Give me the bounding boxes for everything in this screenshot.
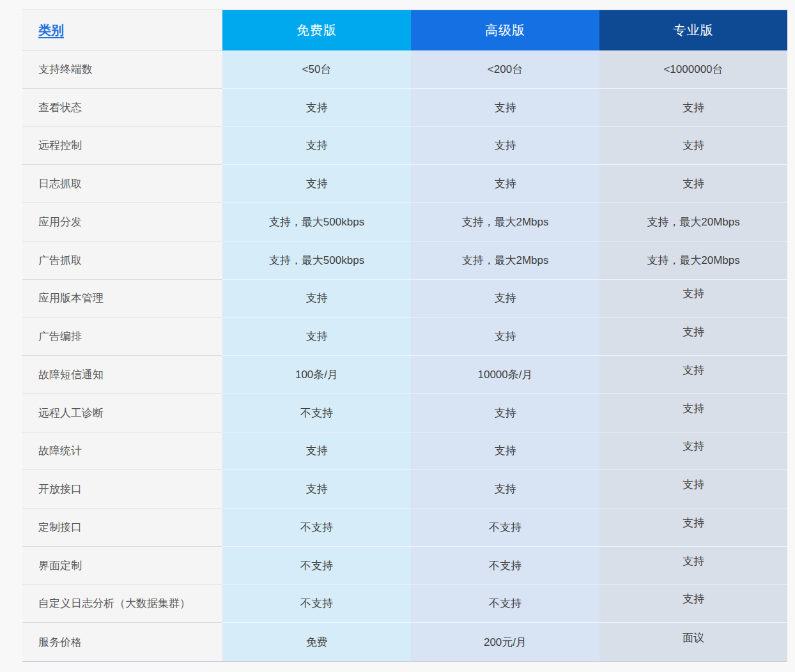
free-value: 支持	[306, 482, 328, 496]
free-value-cell: 支持	[222, 127, 411, 165]
free-value-cell: 支持	[222, 280, 411, 318]
free-value-cell: 不支持	[222, 508, 411, 547]
professional-value-cell: 支持，最大20Mbps	[599, 241, 787, 280]
plan-header-free: 免费版	[222, 10, 411, 50]
feature-label-cell: 查看状态	[22, 89, 222, 127]
free-value: 不支持	[300, 558, 333, 573]
free-value-cell: <50台	[222, 50, 411, 89]
free-value-cell: 支持，最大500kbps	[222, 241, 411, 280]
premium-value-cell: 10000条/月	[411, 356, 599, 394]
table-row: 自定义日志分析（大数据集群） 不支持 不支持 支持	[22, 585, 787, 623]
feature-label-cell: 广告抓取	[22, 241, 222, 280]
table-header-row: 类别 免费版 高级版 专业版	[22, 10, 787, 50]
premium-value-cell: 支持	[411, 89, 599, 127]
premium-value-cell: 支持，最大2Mbps	[411, 203, 599, 241]
table-row: 故障短信通知 100条/月 10000条/月 支持	[22, 356, 787, 394]
feature-label-cell: 远程控制	[22, 127, 222, 165]
feature-label-cell: 应用分发	[22, 203, 222, 241]
feature-label: 服务价格	[38, 635, 82, 650]
feature-label: 广告编排	[38, 329, 82, 344]
premium-value-cell: 不支持	[411, 547, 599, 585]
feature-label: 故障统计	[38, 443, 82, 458]
plan-header-professional-label: 专业版	[674, 22, 714, 39]
professional-value: 支持	[683, 554, 704, 569]
premium-value-cell: 支持	[411, 165, 599, 203]
professional-value: 支持	[683, 592, 704, 606]
premium-value: 支持，最大2Mbps	[461, 253, 548, 268]
free-value: 支持，最大500kbps	[269, 215, 364, 229]
free-value: 不支持	[300, 520, 333, 535]
free-value-cell: 免费	[222, 623, 411, 661]
premium-value-cell: 支持	[411, 280, 599, 318]
free-value: 不支持	[300, 596, 333, 611]
feature-label-cell: 广告编排	[22, 317, 222, 356]
table-row: 查看状态 支持 支持 支持	[22, 89, 787, 127]
premium-value: 不支持	[489, 596, 521, 611]
feature-label: 定制接口	[38, 520, 82, 535]
professional-value-cell: 支持	[599, 508, 787, 547]
feature-label: 远程控制	[38, 138, 82, 153]
premium-value-cell: 不支持	[411, 585, 599, 623]
free-value-cell: 支持，最大500kbps	[222, 203, 411, 241]
free-value: 不支持	[300, 406, 333, 420]
table-row: 服务价格 免费 200元/月 面议	[22, 623, 787, 661]
professional-value-cell: 支持	[599, 432, 787, 471]
professional-value: 支持，最大20Mbps	[647, 215, 739, 229]
plan-header-premium-label: 高级版	[485, 22, 525, 39]
feature-label: 自定义日志分析（大数据集群）	[38, 596, 190, 611]
premium-value: 10000条/月	[478, 367, 533, 382]
professional-value: 支持	[683, 477, 704, 492]
feature-label-cell: 支持终端数	[22, 50, 222, 89]
professional-value-cell: 支持	[599, 585, 787, 623]
table-row: 远程控制 支持 支持 支持	[22, 127, 787, 165]
professional-value-cell: 支持	[599, 89, 787, 127]
professional-value: 支持	[683, 138, 704, 153]
professional-value: 支持	[683, 100, 704, 115]
feature-label: 日志抓取	[38, 176, 82, 191]
plan-header-free-label: 免费版	[297, 22, 337, 39]
professional-value: 支持，最大20Mbps	[647, 253, 739, 268]
feature-label: 远程人工诊断	[38, 406, 104, 420]
premium-value: 支持，最大2Mbps	[461, 215, 548, 229]
plan-header-premium: 高级版	[411, 10, 599, 50]
professional-value: 支持	[683, 286, 704, 301]
table-row: 广告编排 支持 支持 支持	[22, 317, 787, 356]
table-row: 定制接口 不支持 不支持 支持	[22, 508, 787, 547]
premium-value: 支持	[495, 482, 516, 496]
feature-label-cell: 自定义日志分析（大数据集群）	[22, 585, 222, 623]
professional-value: 支持	[683, 363, 704, 378]
feature-label-cell: 界面定制	[22, 547, 222, 585]
table-row: 故障统计 支持 支持 支持	[22, 432, 787, 471]
premium-value-cell: <200台	[411, 50, 599, 89]
free-value-cell: 支持	[222, 432, 411, 471]
table-row: 支持终端数 <50台 <200台 <1000000台	[22, 50, 787, 89]
category-header-cell: 类别	[22, 10, 222, 50]
free-value: 支持	[306, 291, 328, 305]
premium-value-cell: 200元/月	[411, 623, 599, 661]
free-value: 支持，最大500kbps	[269, 253, 364, 268]
premium-value: 支持	[495, 176, 516, 191]
feature-label-cell: 定制接口	[22, 508, 222, 547]
premium-value: 200元/月	[484, 635, 527, 650]
free-value-cell: 支持	[222, 89, 411, 127]
professional-value: 支持	[683, 176, 704, 191]
free-value: 支持	[306, 329, 328, 344]
professional-value: 支持	[683, 325, 704, 339]
free-value: 支持	[306, 138, 328, 153]
professional-value: 支持	[683, 439, 704, 454]
premium-value-cell: 不支持	[411, 508, 599, 547]
free-value: 100条/月	[295, 367, 338, 382]
professional-value: <1000000台	[663, 62, 723, 77]
free-value-cell: 100条/月	[222, 356, 411, 394]
feature-label: 支持终端数	[38, 62, 93, 77]
feature-label: 应用分发	[38, 215, 82, 229]
free-value-cell: 支持	[222, 165, 411, 203]
table-row: 应用版本管理 支持 支持 支持	[22, 280, 787, 318]
professional-value: 支持	[683, 515, 704, 530]
professional-value-cell: 支持	[599, 394, 787, 432]
feature-label: 应用版本管理	[38, 291, 104, 305]
free-value-cell: 不支持	[222, 394, 411, 432]
professional-value-cell: 支持	[599, 127, 787, 165]
premium-value: 支持	[495, 100, 516, 115]
free-value: 支持	[306, 100, 328, 115]
